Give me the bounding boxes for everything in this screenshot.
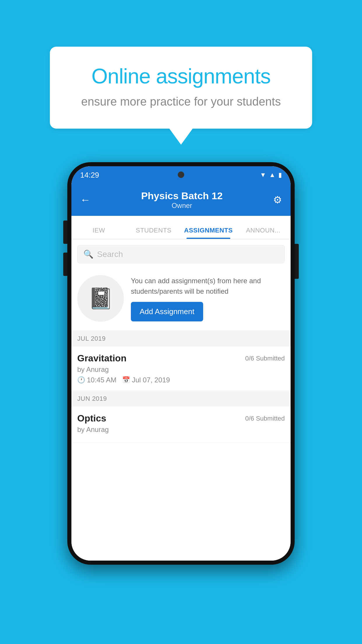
phone-frame: 14:29 ▼ ▲ ▮ ← Physics Batch 12 Owner ⚙ [67,162,295,565]
search-placeholder: Search [97,250,123,259]
clock-icon: 🕐 [77,376,85,384]
battery-icon: ▮ [278,171,282,179]
tab-iew[interactable]: IEW [71,227,126,239]
assignment-by-optics: by Anurag [77,426,285,434]
screen: 14:29 ▼ ▲ ▮ ← Physics Batch 12 Owner ⚙ [71,166,291,561]
search-icon: 🔍 [83,249,94,259]
assignment-submitted-optics: 0/6 Submitted [245,415,285,422]
assignment-date: 📅 Jul 07, 2019 [122,376,170,384]
tab-announcements[interactable]: ANNOUN... [236,227,291,239]
power-button [295,244,299,279]
camera [178,172,184,178]
speech-bubble-title: Online assignments [70,64,292,88]
status-time: 14:29 [80,171,99,180]
assignment-meta: 🕐 10:45 AM 📅 Jul 07, 2019 [77,376,285,384]
volume-up-button [63,220,67,244]
assignment-submitted: 0/6 Submitted [245,355,285,362]
speech-bubble: Online assignments ensure more practice … [50,47,312,129]
assignment-item-gravitation[interactable]: Gravitation 0/6 Submitted by Anurag 🕐 10… [71,346,291,391]
status-icons: ▼ ▲ ▮ [260,171,282,179]
assignment-icon-circle: 📓 [77,275,124,322]
assignment-row1-optics: Optics 0/6 Submitted [77,413,285,424]
header-center: Physics Batch 12 Owner [141,190,223,210]
assignment-item-optics[interactable]: Optics 0/6 Submitted by Anurag [71,407,291,443]
assignment-time: 🕐 10:45 AM [77,376,116,384]
back-button[interactable]: ← [80,194,91,206]
settings-icon[interactable]: ⚙ [273,194,282,206]
speech-bubble-tail [169,129,193,145]
phone-inner: 14:29 ▼ ▲ ▮ ← Physics Batch 12 Owner ⚙ [71,166,291,561]
add-assignment-right: You can add assignment(s) from here and … [131,276,285,321]
speech-bubble-wrapper: Online assignments ensure more practice … [50,47,312,145]
calendar-icon: 📅 [122,376,130,384]
add-assignment-section: 📓 You can add assignment(s) from here an… [71,266,291,331]
signal-icon: ▲ [269,171,275,179]
assignment-name: Gravitation [77,353,126,364]
app-header: ← Physics Batch 12 Owner ⚙ [71,184,291,216]
assignment-by: by Anurag [77,365,285,374]
add-assignment-button[interactable]: Add Assignment [131,302,203,321]
notebook-icon: 📓 [88,286,113,310]
tab-assignments[interactable]: ASSIGNMENTS [181,227,236,239]
tab-students[interactable]: STUDENTS [126,227,181,239]
header-subtitle: Owner [141,202,223,210]
section-header-jul: JUL 2019 [71,331,291,346]
add-assignment-description: You can add assignment(s) from here and … [131,276,285,297]
section-header-jun: JUN 2019 [71,391,291,407]
search-bar[interactable]: 🔍 Search [77,245,285,263]
phone-wrapper: 14:29 ▼ ▲ ▮ ← Physics Batch 12 Owner ⚙ [67,162,295,565]
volume-down-button [63,253,67,276]
tab-bar: IEW STUDENTS ASSIGNMENTS ANNOUN... [71,216,291,239]
screen-content: 🔍 Search 📓 You can add assignment(s) fro… [71,239,291,561]
header-title: Physics Batch 12 [141,190,223,202]
assignment-row1: Gravitation 0/6 Submitted [77,353,285,364]
speech-bubble-subtitle: ensure more practice for your students [70,95,292,108]
wifi-icon: ▼ [260,171,266,179]
assignment-name-optics: Optics [77,413,106,424]
